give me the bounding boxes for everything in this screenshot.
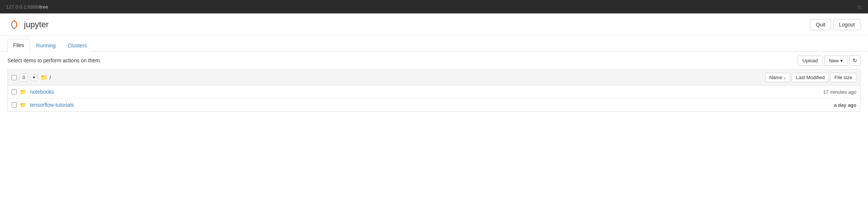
jupyter-logo-icon [7, 18, 21, 31]
new-button-label: New [829, 58, 839, 63]
folder-icon: 📁 [20, 102, 26, 108]
file-row-left: 📁 tensorflow-tutorials [12, 102, 804, 108]
header-left: 0 ▾ 📁 / [12, 74, 765, 81]
file-modified: a day ago [804, 102, 856, 108]
table-row: 📁 notebooks 17 minutes ago [8, 85, 860, 99]
tab-files[interactable]: Files [7, 39, 30, 52]
select-hint: Select items to perform actions on them. [7, 57, 101, 63]
browser-bar: 127.0.0.1:8888/tree ☆ [0, 0, 868, 13]
url-bar: 127.0.0.1:8888/tree [6, 4, 48, 10]
file-checkbox[interactable] [12, 89, 17, 94]
file-modified: 17 minutes ago [804, 89, 856, 95]
tab-clusters[interactable]: Clusters [62, 39, 92, 52]
logo-text: jupyter [24, 20, 49, 29]
file-name-link[interactable]: tensorflow-tutorials [30, 102, 74, 108]
url-path: /tree [39, 4, 48, 10]
url-port: 8888 [28, 4, 39, 10]
select-all-wrapper [12, 75, 17, 80]
tabs-container: Files Running Clusters [0, 36, 868, 52]
file-list: 📁 notebooks 17 minutes ago 📁 tensorflow-… [7, 85, 861, 112]
selected-count: 0 [20, 74, 28, 81]
path-folder-icon: 📁 [40, 74, 48, 81]
file-row-left: 📁 notebooks [12, 89, 804, 95]
tab-running[interactable]: Running [31, 39, 61, 52]
sort-modified-button[interactable]: Last Modified [792, 73, 829, 82]
svg-point-2 [13, 27, 15, 29]
file-checkbox[interactable] [12, 102, 17, 108]
path-separator: / [49, 75, 51, 81]
file-list-header: 0 ▾ 📁 / Name ↓ Last Modified File size [7, 69, 861, 85]
current-path: 📁 / [40, 74, 51, 81]
bookmark-star-icon[interactable]: ☆ [857, 3, 862, 10]
app-header: jupyter Quit Logout [0, 13, 868, 36]
new-dropdown-icon: ▾ [840, 58, 843, 63]
logo: jupyter [7, 18, 49, 31]
toolbar-right: Upload New ▾ ↻ [798, 55, 861, 66]
toolbar: Select items to perform actions on them.… [0, 52, 868, 69]
file-browser: 0 ▾ 📁 / Name ↓ Last Modified File size 📁… [0, 69, 868, 112]
sort-name-button[interactable]: Name ↓ [765, 73, 790, 82]
quit-button[interactable]: Quit [810, 19, 831, 30]
folder-icon: 📁 [20, 89, 26, 95]
select-all-checkbox[interactable] [12, 75, 17, 80]
svg-point-1 [13, 20, 15, 22]
sort-size-button[interactable]: File size [830, 73, 856, 82]
logout-button[interactable]: Logout [833, 19, 861, 30]
file-name-link[interactable]: notebooks [30, 89, 54, 95]
table-row: 📁 tensorflow-tutorials a day ago [8, 99, 860, 111]
count-dropdown-button[interactable]: ▾ [31, 74, 37, 81]
header-right: Name ↓ Last Modified File size [765, 73, 856, 82]
refresh-icon: ↻ [853, 57, 857, 63]
upload-button[interactable]: Upload [798, 56, 823, 66]
url-host: 127.0.0.1: [6, 4, 28, 10]
refresh-button[interactable]: ↻ [849, 55, 861, 66]
new-button[interactable]: New ▾ [824, 56, 848, 66]
header-buttons: Quit Logout [810, 19, 861, 30]
